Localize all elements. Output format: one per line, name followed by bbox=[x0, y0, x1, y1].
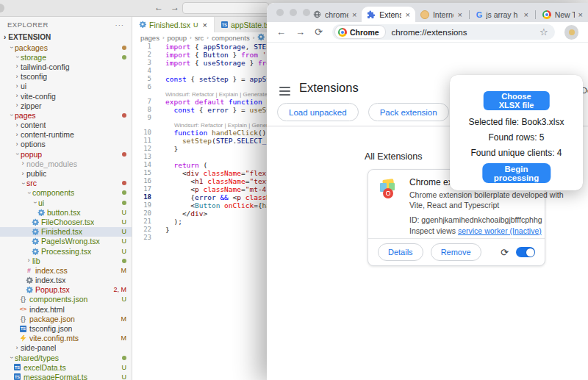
menu-hamburger-icon[interactable] bbox=[279, 87, 290, 96]
extension-description-line1: Chrome extension boilerplate developed w… bbox=[409, 190, 564, 199]
tree-item-content[interactable]: ›content bbox=[0, 121, 132, 130]
tree-item-filechooser-tsx[interactable]: FileChooser.tsxU bbox=[0, 217, 132, 226]
forward-icon[interactable]: → bbox=[295, 27, 305, 37]
chevron-right-icon: › bbox=[13, 74, 21, 80]
tree-item-packages[interactable]: ›packages bbox=[0, 43, 132, 52]
chrome-site-chip[interactable]: Chrome bbox=[334, 25, 386, 39]
file-tree: ›packages›storage›tailwind-config›tsconf… bbox=[0, 43, 132, 380]
editor-tab-finished-tsx[interactable]: Finished.tsxU× bbox=[132, 17, 215, 32]
tree-item-tsconfig-json[interactable]: TStsconfig.json bbox=[0, 323, 132, 333]
extension-description-line2: Vite, React and Typescript bbox=[409, 201, 499, 209]
tree-item-options[interactable]: ›options bbox=[0, 140, 132, 149]
tree-item-content-runtime[interactable]: ›content-runtime bbox=[0, 130, 132, 140]
close-tab-icon[interactable]: × bbox=[405, 10, 409, 19]
tree-item-pages[interactable]: ›pages bbox=[0, 110, 132, 120]
load-unpacked-button[interactable]: Load unpacked bbox=[277, 103, 359, 121]
line-number: 8 bbox=[132, 106, 151, 114]
tree-item-shared-types[interactable]: ›shared/types bbox=[0, 353, 132, 362]
file-icon: # bbox=[25, 267, 33, 274]
tree-item-vite-config[interactable]: ›vite-config bbox=[0, 91, 132, 101]
bookmark-star-icon[interactable]: ☆ bbox=[539, 26, 548, 37]
chip-label: Chrome bbox=[350, 28, 379, 37]
tree-item-ui[interactable]: ›ui bbox=[0, 198, 132, 207]
tree-item-public[interactable]: ›public bbox=[0, 168, 132, 178]
browser-tab-extensions[interactable]: Extensions× bbox=[362, 7, 415, 22]
reload-icon[interactable]: ⟳ bbox=[315, 27, 323, 37]
reload-extension-icon[interactable]: ⟳ bbox=[501, 247, 509, 258]
line-number: 2 bbox=[132, 51, 151, 59]
profile-avatar[interactable] bbox=[564, 25, 578, 40]
begin-processing-button[interactable]: Begin processing bbox=[482, 163, 551, 183]
breadcrumb-item[interactable]: components bbox=[212, 34, 250, 42]
tree-item-button-tsx[interactable]: button.tsxU bbox=[0, 207, 132, 217]
forward-arrow-icon[interactable]: → bbox=[171, 2, 179, 12]
tree-item-package-json[interactable]: {}package.jsonM bbox=[0, 314, 132, 323]
tree-item-components[interactable]: ›components bbox=[0, 188, 132, 198]
tree-item-index-tsx[interactable]: index.tsx bbox=[0, 276, 132, 285]
back-icon[interactable]: ← bbox=[276, 27, 286, 37]
browser-tab-new-tab[interactable]: New Tab× bbox=[537, 7, 588, 22]
line-number: 17 bbox=[132, 185, 151, 193]
tree-item-lib[interactable]: ›lib bbox=[0, 256, 132, 265]
file-icon: TS bbox=[19, 326, 27, 332]
tree-item-index-css[interactable]: #index.cssM bbox=[0, 265, 132, 275]
chevron-right-icon: › bbox=[19, 160, 26, 167]
breadcrumb-item[interactable]: popup bbox=[168, 34, 187, 42]
tree-item-finished-tsx[interactable]: Finished.tsxU bbox=[0, 227, 132, 237]
pack-extension-button[interactable]: Pack extension bbox=[368, 103, 449, 121]
explorer-title: EXPLORER bbox=[7, 21, 49, 29]
extension-logo-icon bbox=[378, 179, 400, 201]
breadcrumb-item[interactable]: pages bbox=[140, 34, 159, 42]
git-status-badge: U bbox=[119, 237, 127, 245]
tree-item-components-json[interactable]: {}components.jsonU bbox=[0, 295, 132, 304]
browser-tab-js-array-h[interactable]: Gjs array h× bbox=[471, 7, 534, 22]
line-number: 16 bbox=[132, 177, 151, 185]
explorer-section-extension[interactable]: › EXTENSION bbox=[0, 32, 132, 43]
tree-item-side-panel[interactable]: ›side-panel bbox=[0, 343, 132, 353]
close-window-icon[interactable] bbox=[276, 9, 284, 16]
close-tab-icon[interactable]: × bbox=[352, 10, 356, 19]
breadcrumb-item[interactable]: src bbox=[195, 34, 204, 42]
close-tab-icon[interactable]: × bbox=[457, 10, 462, 19]
git-status-dot bbox=[122, 259, 126, 263]
address-bar[interactable]: Chrome chrome://extensions ☆ bbox=[332, 24, 555, 40]
card-footer: Details Remove ⟳ bbox=[368, 238, 545, 265]
back-arrow-icon[interactable]: ← bbox=[154, 2, 163, 12]
tree-item-ui[interactable]: ›ui bbox=[0, 82, 132, 91]
details-button[interactable]: Details bbox=[378, 243, 423, 261]
explorer-section-label: EXTENSION bbox=[8, 33, 51, 41]
tree-item-popup[interactable]: ›popup bbox=[0, 149, 132, 159]
browser-tab-chrome-[interactable]: chrome://× bbox=[308, 7, 362, 22]
tree-item-pageiswrong-tsx[interactable]: PageIsWrong.tsxU bbox=[0, 237, 132, 246]
close-tab-icon[interactable]: × bbox=[523, 10, 528, 19]
git-status-badge: U bbox=[119, 218, 127, 226]
tree-item-storage[interactable]: ›storage bbox=[0, 52, 132, 62]
git-status-badge: M bbox=[118, 315, 127, 323]
remove-button[interactable]: Remove bbox=[431, 243, 481, 261]
tree-item-tsconfig[interactable]: ›tsconfig bbox=[0, 72, 132, 82]
tree-item-popup-tsx[interactable]: Popup.tsx2, M bbox=[0, 285, 132, 295]
tree-item-messageformat-ts[interactable]: TSmessageFormat.tsU bbox=[0, 372, 132, 380]
service-worker-link[interactable]: service worker (Inactive) bbox=[458, 226, 542, 235]
close-tab-icon[interactable]: × bbox=[578, 10, 583, 19]
tree-item-exceldata-ts[interactable]: TSexcelData.tsU bbox=[0, 362, 132, 372]
git-status-badge: U bbox=[119, 209, 127, 216]
traffic-light-icon[interactable] bbox=[0, 4, 4, 12]
extension-enabled-toggle[interactable] bbox=[516, 247, 535, 257]
choose-xlsx-button[interactable]: Choose XLSX file bbox=[483, 91, 550, 110]
git-status-badge: U bbox=[119, 228, 127, 235]
line-number: 14 bbox=[132, 161, 151, 169]
browser-tab-internet-v[interactable]: Internet V× bbox=[415, 7, 467, 22]
close-tab-icon[interactable]: × bbox=[203, 21, 207, 29]
chevron-down-icon: › bbox=[8, 112, 15, 119]
explorer-more-icon[interactable]: ··· bbox=[115, 21, 125, 29]
tree-item-tailwind-config[interactable]: ›tailwind-config bbox=[0, 62, 132, 71]
minimize-window-icon[interactable] bbox=[290, 9, 297, 16]
tree-item-processing-tsx[interactable]: Processing.tsxU bbox=[0, 246, 132, 256]
tree-item-src[interactable]: ›src bbox=[0, 179, 132, 188]
tree-item-zipper[interactable]: ›zipper bbox=[0, 101, 132, 110]
command-center-searchbox[interactable] bbox=[182, 2, 269, 14]
tree-item-node-modules[interactable]: ›node_modules bbox=[0, 159, 132, 168]
tree-item-vite-config-mts[interactable]: vite.config.mtsM bbox=[0, 334, 132, 343]
tree-item-index-html[interactable]: <>index.html bbox=[0, 304, 132, 314]
